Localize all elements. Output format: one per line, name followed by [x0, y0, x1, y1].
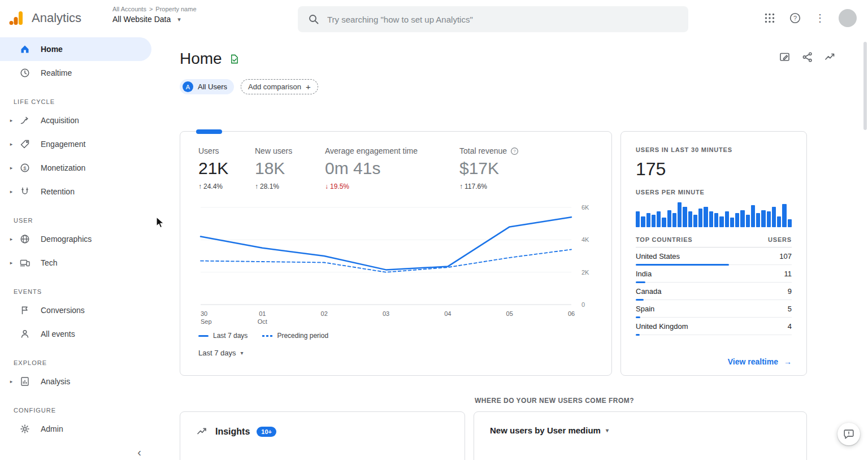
svg-text:6K: 6K: [581, 204, 589, 211]
minute-bar: [751, 205, 755, 227]
sidebar-item-label: Realtime: [41, 68, 72, 77]
minute-bar: [657, 211, 661, 227]
sidebar-item-realtime[interactable]: Realtime: [0, 61, 151, 85]
minute-bar: [704, 207, 708, 227]
analytics-logo[interactable]: Analytics: [9, 0, 81, 36]
collapse-sidebar-icon[interactable]: ‹: [137, 446, 141, 459]
svg-text:$: $: [23, 165, 27, 171]
new-users-dimension-selector[interactable]: New users by User medium ▾: [490, 426, 609, 435]
minute-bar: [777, 216, 781, 227]
svg-text:2K: 2K: [581, 269, 589, 276]
devices-icon: [19, 257, 31, 268]
search-icon: [308, 14, 319, 25]
search-bar[interactable]: [298, 6, 688, 32]
sidebar-item-home[interactable]: Home: [0, 37, 151, 61]
minute-bar: [725, 211, 729, 227]
metric-total-revenue[interactable]: Total revenue ? $17K ↑117.6%: [459, 146, 593, 190]
arrow-right-icon: →: [784, 357, 792, 366]
expand-arrow-icon[interactable]: ▸: [7, 165, 16, 171]
sidebar-item-retention[interactable]: ▸ Retention: [0, 180, 151, 203]
expand-arrow-icon[interactable]: ▸: [7, 260, 16, 266]
monetization-icon: $: [19, 162, 31, 173]
plus-icon: +: [306, 82, 311, 92]
minute-bar: [767, 211, 771, 227]
feedback-button[interactable]: [837, 423, 860, 445]
help-circle-icon[interactable]: ?: [510, 147, 519, 155]
up-arrow-icon: ↑: [459, 183, 463, 190]
app-name: Analytics: [32, 11, 81, 25]
clock-icon: [19, 67, 31, 79]
sidebar-item-acquisition[interactable]: ▸ Acquisition: [0, 109, 151, 132]
users-per-minute-chart: [636, 200, 792, 227]
more-vertical-icon[interactable]: ⋮: [815, 13, 825, 23]
svg-text:04: 04: [444, 310, 451, 317]
add-comparison-chip[interactable]: Add comparison +: [241, 79, 318, 94]
minute-bar: [636, 211, 640, 227]
report-doc-check-icon[interactable]: [229, 54, 240, 64]
country-row: India 11: [636, 265, 792, 283]
sidebar-item-label: Conversions: [41, 306, 85, 315]
insights-sparkline-icon[interactable]: [824, 51, 836, 63]
all-users-chip[interactable]: A All Users: [180, 79, 234, 94]
sidebar-item-engagement[interactable]: ▸ Engagement: [0, 132, 151, 156]
down-arrow-icon: ↓: [325, 183, 328, 190]
overview-card: Users 21K ↑24.4% New users 18K ↑28.1% Av…: [180, 131, 612, 376]
customize-report-icon[interactable]: [779, 51, 791, 63]
sidebar-item-monetization[interactable]: ▸ $ Monetization: [0, 156, 151, 180]
sidebar-item-all-events[interactable]: All events: [0, 322, 151, 346]
country-bar: [636, 334, 640, 336]
metric-delta: ↑117.6%: [459, 183, 593, 190]
minute-bar: [735, 213, 739, 227]
metric-new-users[interactable]: New users 18K ↑28.1%: [255, 146, 325, 190]
sidebar-item-tech[interactable]: ▸ Tech: [0, 251, 151, 275]
sidebar-item-conversions[interactable]: Conversions: [0, 298, 151, 322]
insights-card[interactable]: Insights 10+: [180, 411, 465, 460]
sidebar-item-label: Home: [41, 45, 63, 54]
expand-arrow-icon[interactable]: ▸: [7, 236, 16, 242]
page-scrollbar[interactable]: [863, 42, 867, 130]
sidebar-item-admin[interactable]: Admin: [0, 417, 151, 441]
report-actions: [779, 51, 836, 63]
insights-title: Insights: [215, 427, 250, 437]
metric-avg-engagement-time[interactable]: Average engagement time 0m 41s ↓19.5%: [325, 146, 459, 190]
users-last-30-value: 175: [636, 159, 792, 180]
sidebar-item-analysis[interactable]: ▸ Analysis: [0, 370, 151, 393]
minute-bar: [678, 202, 682, 227]
minute-bar: [698, 209, 702, 227]
expand-arrow-icon[interactable]: ▸: [7, 118, 16, 123]
svg-text:0: 0: [581, 301, 585, 308]
avatar[interactable]: [839, 9, 857, 27]
search-input[interactable]: [327, 15, 678, 24]
insights-icon: [196, 426, 209, 438]
minute-bar: [667, 210, 671, 227]
sidebar-item-label: All events: [41, 329, 75, 339]
sidebar-section-life-cycle: LIFE CYCLE: [0, 90, 151, 109]
sidebar-section-explore: EXPLORE: [0, 351, 151, 370]
apps-grid-icon[interactable]: [764, 12, 775, 24]
breadcrumb-property: Property name: [155, 6, 196, 12]
share-icon[interactable]: [801, 51, 814, 63]
new-users-section-label: WHERE DO YOUR NEW USERS COME FROM?: [475, 397, 634, 405]
acquisition-icon: [19, 115, 31, 126]
add-comparison-label: Add comparison: [248, 83, 301, 91]
analysis-icon: [19, 376, 31, 387]
svg-text:03: 03: [383, 310, 389, 317]
property-selector[interactable]: All Website Data ▾: [112, 15, 197, 24]
metric-delta: ↑24.4%: [198, 183, 255, 190]
expand-arrow-icon[interactable]: ▸: [7, 379, 16, 384]
date-range-selector[interactable]: Last 7 days ▾: [198, 349, 244, 357]
sidebar-item-label: Acquisition: [41, 116, 79, 125]
svg-text:?: ?: [793, 15, 797, 21]
metric-users[interactable]: Users 21K ↑24.4%: [198, 146, 255, 190]
main-content: Home A All Users Add comparison + Users: [151, 36, 868, 460]
help-icon[interactable]: ?: [789, 12, 801, 24]
home-icon: [19, 44, 31, 55]
breadcrumb[interactable]: All Accounts > Property name: [112, 6, 197, 12]
view-realtime-link[interactable]: View realtime →: [728, 351, 792, 366]
sidebar-item-demographics[interactable]: ▸ Demographics: [0, 227, 151, 251]
svg-text:4K: 4K: [581, 236, 589, 243]
expand-arrow-icon[interactable]: ▸: [7, 189, 16, 194]
expand-arrow-icon[interactable]: ▸: [7, 141, 16, 147]
country-row: Spain 5: [636, 300, 792, 318]
metric-delta: ↓19.5%: [325, 183, 459, 190]
